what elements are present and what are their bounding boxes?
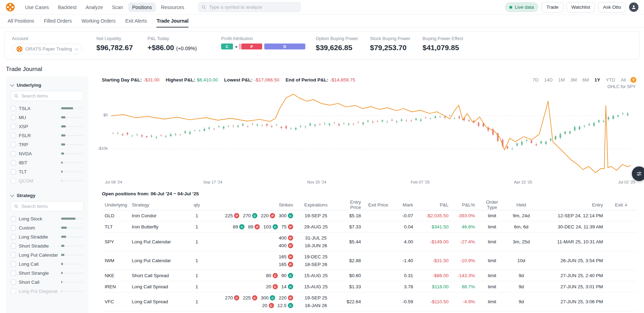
symbol-search-input[interactable]: [209, 4, 297, 10]
checkbox-short-straddle[interactable]: [11, 243, 16, 249]
filter-section-header-underlying[interactable]: Underlying: [11, 80, 83, 90]
checkbox-long-put-diagonal[interactable]: [11, 289, 16, 294]
range-1y[interactable]: 1Y: [594, 77, 600, 83]
range-1m[interactable]: 1M: [558, 77, 565, 83]
nav-item-resources[interactable]: Resources: [157, 2, 188, 12]
checkbox-long-stock[interactable]: [11, 216, 16, 221]
checkbox-ibit[interactable]: [11, 160, 16, 165]
range-selector: 7D14D1M3M6M1YYTDAll: [532, 77, 626, 83]
filter-item-long-straddle[interactable]: Long Straddle: [11, 232, 83, 241]
range-6m[interactable]: 6M: [582, 77, 589, 83]
filter-item-long-put-diagonal[interactable]: Long Put Diagonal: [11, 287, 83, 296]
col-header-exit[interactable]: Exit: [606, 202, 631, 208]
filter-item-qcom[interactable]: QCOM: [11, 176, 83, 185]
chart-stats: Starting Day P&L:-$31.00Highest P&L:$6,4…: [102, 77, 355, 83]
cell-strikes: 20C14C: [212, 283, 296, 291]
filter-item-custom[interactable]: Custom: [11, 223, 83, 232]
filter-item-ibit[interactable]: IBIT: [11, 158, 83, 167]
tab-filled-orders[interactable]: Filled Orders: [44, 15, 72, 28]
strike-call-badge-icon: C: [269, 303, 274, 308]
range-7d[interactable]: 7D: [532, 77, 538, 83]
strike-leg: 14C: [281, 283, 293, 291]
strategy-search-input[interactable]: [21, 203, 80, 209]
range-ytd[interactable]: YTD: [606, 77, 615, 83]
checkbox-long-straddle[interactable]: [11, 234, 16, 240]
filter-item-long-call[interactable]: Long Call: [11, 259, 83, 268]
position-row-gld-iron-condor[interactable]: GLDIron Condor1225P270C220P300C19-SEP 25…: [102, 210, 636, 221]
count-bar: [61, 263, 83, 265]
cell-held: 9d: [506, 284, 536, 289]
checkbox-short-call[interactable]: [11, 280, 16, 285]
x-axis-label: Jul 08 ’24: [105, 180, 122, 184]
checkbox-long-call[interactable]: [11, 261, 16, 267]
filter-item-tsla[interactable]: TSLA: [11, 104, 83, 113]
watchlist-button[interactable]: Watchlist: [566, 2, 595, 13]
nav-item-backtest[interactable]: Backtest: [54, 2, 80, 12]
account-summary-card: Account ORATS Paper Trading Net Liquidit…: [5, 31, 639, 60]
checkbox-nvda[interactable]: [11, 151, 16, 156]
tab-exit-alerts[interactable]: Exit Alerts: [125, 15, 147, 28]
position-row-iren-long-call-spread[interactable]: IRENLong Call Spread120C14C15-AUG 25$1.3…: [102, 281, 636, 292]
symbol-search[interactable]: [198, 2, 301, 12]
chevron-down-icon: [10, 83, 14, 86]
checkbox-short-strangle[interactable]: [11, 271, 16, 276]
checkbox-fslr[interactable]: [11, 133, 16, 138]
filter-item-short-call[interactable]: Short Call: [11, 277, 83, 287]
tab-trade-journal[interactable]: Trade Journal: [156, 15, 188, 28]
position-row-spy-long-put-calendar[interactable]: SPYLong Put Calendar1400P31-JUL 25$4.484…: [102, 311, 636, 313]
filter-item-label: TSLA: [19, 106, 58, 111]
filter-item-short-straddle[interactable]: Short Straddle: [11, 241, 83, 250]
col-header-order-type: Order Type: [478, 199, 506, 210]
account-selector[interactable]: ORATS Paper Trading: [12, 44, 82, 54]
top-right-actions: Live data TradeWatchlistAsk Otto: [505, 2, 638, 13]
strike-put-badge-icon: P: [234, 213, 239, 218]
nav-item-analyze[interactable]: Analyze: [82, 2, 107, 12]
filter-item-trp[interactable]: TRP: [11, 140, 83, 149]
checkbox-tlt[interactable]: [11, 169, 16, 174]
count-bar: [61, 180, 83, 182]
live-data-badge[interactable]: Live data: [505, 2, 538, 12]
checkbox-tsla[interactable]: [11, 106, 16, 111]
filter-item-tlt[interactable]: TLT: [11, 167, 83, 176]
filter-section-header-strategy[interactable]: Strategy: [11, 190, 83, 201]
filter-item-mu[interactable]: MU: [11, 113, 83, 122]
checkbox-xsp[interactable]: [11, 124, 16, 129]
nav-item-positions[interactable]: Positions: [128, 2, 156, 12]
checkbox-long-put-calendar[interactable]: [11, 252, 16, 258]
checkbox-mu[interactable]: [11, 115, 16, 120]
range-3m[interactable]: 3M: [570, 77, 577, 83]
checkbox-custom[interactable]: [11, 225, 16, 230]
filter-item-nvda[interactable]: NVDA: [11, 149, 83, 158]
filter-item-short-strangle[interactable]: Short Strangle: [11, 268, 83, 277]
range-all[interactable]: All: [621, 77, 626, 83]
side-panel-toggle[interactable]: [632, 166, 644, 181]
filter-item-long-stock[interactable]: Long Stock: [11, 214, 83, 223]
filter-item-xsp[interactable]: XSP: [11, 122, 83, 131]
filter-item-fslr[interactable]: FSLR: [11, 131, 83, 140]
tab-all-positions[interactable]: All Positions: [8, 15, 34, 28]
position-row-spy-long-put-calendar[interactable]: SPYLong Put Calendar1400P400P31-JUL 2518…: [102, 233, 636, 251]
nav-item-scan[interactable]: Scan: [108, 2, 127, 12]
nav-item-use-cases[interactable]: Use Cases: [21, 2, 53, 12]
cell-underlying: TLT: [102, 224, 129, 229]
tab-working-orders[interactable]: Working Orders: [81, 15, 115, 28]
checkbox-qcom[interactable]: [11, 178, 16, 183]
position-row-tlt-iron-butterfly[interactable]: TLTIron Butterfly189C89P103C75P29-AUG 25…: [102, 221, 636, 233]
user-avatar[interactable]: [629, 2, 638, 12]
cell-strategy: Short Call Spread: [129, 273, 181, 278]
checkbox-trp[interactable]: [11, 142, 16, 147]
filter-item-long-put-calendar[interactable]: Long Put Calendar: [11, 250, 83, 259]
position-row-nke-short-call-spread[interactable]: NKEShort Call Spread180C90C15-AUG 25$0.6…: [102, 270, 636, 281]
help-icon[interactable]: ?: [630, 77, 636, 83]
strike-put-badge-icon: P: [288, 254, 293, 259]
cell-mark: 3.78: [391, 284, 416, 289]
underlying-search-input[interactable]: [21, 93, 80, 99]
sort-icon[interactable]: [624, 203, 628, 207]
trade-button[interactable]: Trade: [541, 2, 563, 13]
position-row-vfc-long-call-spread[interactable]: VFCLong Call Spread1270C225C300C220P20C1…: [102, 292, 636, 311]
range-14d[interactable]: 14D: [544, 77, 553, 83]
col-header-entry: Entry: [536, 202, 606, 208]
ask-otto-button[interactable]: Ask Otto: [598, 2, 626, 13]
position-row-iwm-long-put-calendar[interactable]: IWMLong Put Calendar1165P165P19-DEC 2518…: [102, 251, 636, 270]
attribution-handle-icon[interactable]: ◂▸: [233, 45, 239, 48]
